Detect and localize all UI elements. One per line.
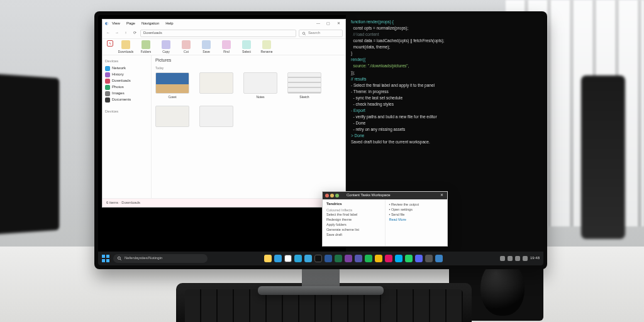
explorer-content: Pictures Today CoastNotesSketch <box>152 55 345 198</box>
notepad-app-icon[interactable] <box>435 255 443 262</box>
whatsapp-app-icon[interactable] <box>405 255 413 262</box>
folder-icon <box>105 66 110 71</box>
titlebar-tab-page[interactable]: Page <box>126 21 135 26</box>
close-button[interactable]: ✕ <box>334 21 343 27</box>
back-button[interactable]: ← <box>105 30 111 36</box>
start-button[interactable] <box>102 255 109 262</box>
ribbon-cut[interactable]: Cut <box>177 40 196 53</box>
system-tray[interactable]: 19:48 <box>500 256 540 261</box>
refresh-button[interactable]: ⟳ <box>131 30 138 36</box>
ribbon-icon <box>222 40 231 49</box>
volume-icon[interactable] <box>515 256 520 261</box>
ribbon-rename[interactable]: Rename <box>257 40 276 53</box>
wifi-icon[interactable] <box>508 256 513 261</box>
ribbon-folders[interactable]: Folders <box>136 40 155 53</box>
ribbon-label: Select <box>242 50 251 53</box>
terminal-app-icon[interactable] <box>314 255 322 262</box>
ribbon-label: Rename <box>261 50 273 53</box>
address-bar[interactable]: Downloads <box>140 30 296 37</box>
sidebar-item-label: History <box>112 72 124 77</box>
task-item: • Open settings <box>389 208 444 212</box>
sidebar-item-photos[interactable]: Photos <box>105 84 148 91</box>
file-thumbnail[interactable] <box>199 106 233 128</box>
minimize-button[interactable]: — <box>314 21 323 27</box>
search-icon <box>117 256 122 261</box>
sidebar-item-label: Images <box>112 91 125 96</box>
ribbon-icon <box>182 40 191 49</box>
skype-app-icon[interactable] <box>395 255 402 262</box>
sidebar-heading: Devices <box>105 59 148 64</box>
taskbar-search-text: Neferdaysties/Notingin <box>125 256 162 261</box>
edge-app-icon[interactable] <box>274 255 282 262</box>
explorer-nav-row: ← → ↑ ⟳ Downloads Search <box>103 28 345 39</box>
ribbon-select[interactable]: Select <box>237 40 256 53</box>
app-menu-icon[interactable]: ◐ <box>105 21 108 26</box>
tray-chevron-icon[interactable] <box>500 256 505 261</box>
up-button[interactable]: ↑ <box>123 30 129 36</box>
ribbon-edit[interactable]: ✎ <box>105 40 115 53</box>
explorer-app-icon[interactable] <box>264 255 272 262</box>
battery-icon[interactable] <box>523 256 528 261</box>
ribbon-copy[interactable]: Copy <box>157 40 175 53</box>
sidebar-item-label: Network <box>112 66 126 71</box>
ribbon-save[interactable]: Save <box>197 40 216 53</box>
search-icon <box>302 31 306 36</box>
folder-icon <box>105 79 110 84</box>
explorer-titlebar[interactable]: ◐ ViewPageNavigationHelp — ▢ ✕ <box>103 19 345 28</box>
task-item: Select the final label <box>326 213 381 217</box>
ribbon-icon <box>162 40 170 49</box>
sidebar-item-history[interactable]: History <box>105 72 148 78</box>
ribbon-downloads[interactable]: Downloads <box>116 40 135 53</box>
task-item: Generate scheme list <box>326 228 381 232</box>
file-thumbnail[interactable]: Coast <box>155 72 189 99</box>
tasks-popup-titlebar[interactable]: Content Tasks Workspace ✕ <box>323 192 447 199</box>
thumbnail-image <box>155 72 189 94</box>
store-app-icon[interactable] <box>284 255 292 262</box>
traffic-red-icon <box>325 194 329 197</box>
spotify-app-icon[interactable] <box>365 255 372 262</box>
vscode-app-icon[interactable] <box>304 255 312 262</box>
file-thumbnail[interactable]: Notes <box>243 72 277 99</box>
ribbon-find[interactable]: Find <box>217 40 236 53</box>
excel-app-icon[interactable] <box>335 255 342 262</box>
thumbnail-image <box>243 72 277 94</box>
explorer-sidebar: Devices NetworkHistoryDownloadsPhotosIma… <box>103 55 152 198</box>
teams-app-icon[interactable] <box>355 255 362 262</box>
ribbon-label: Copy <box>162 50 170 53</box>
titlebar-tab-help[interactable]: Help <box>165 21 173 26</box>
ribbon-icon <box>262 40 271 49</box>
tasks-popup-close[interactable]: ✕ <box>438 192 445 199</box>
sidebar-item-downloads[interactable]: Downloads <box>105 78 148 84</box>
file-thumbnail[interactable] <box>155 106 189 128</box>
file-thumbnail[interactable]: Sketch <box>287 72 321 99</box>
word-app-icon[interactable] <box>325 255 332 262</box>
file-explorer-window[interactable]: ◐ ViewPageNavigationHelp — ▢ ✕ ← → ↑ ⟳ D… <box>102 19 346 208</box>
desktop-screen: function render(props) { const opts = no… <box>98 15 543 265</box>
mail-app-icon[interactable] <box>294 255 302 262</box>
onenote-app-icon[interactable] <box>345 255 352 262</box>
slack-app-icon[interactable] <box>385 255 392 262</box>
titlebar-tab-view[interactable]: View <box>112 21 120 26</box>
settings-app-icon[interactable] <box>425 255 433 262</box>
titlebar-tab-navigation[interactable]: Navigation <box>142 21 159 26</box>
folder-icon <box>105 91 110 96</box>
content-heading: Pictures <box>155 58 341 64</box>
explorer-search[interactable]: Search <box>299 30 343 37</box>
address-bar-text: Downloads <box>143 31 162 36</box>
sidebar-item-images[interactable]: Images <box>105 91 148 97</box>
sidebar-item-documents[interactable]: Documents <box>105 97 148 103</box>
tasks-popup-window[interactable]: Content Tasks Workspace ✕ Tendrics Colou… <box>322 191 448 247</box>
traffic-yellow-icon <box>330 194 334 197</box>
chrome-app-icon[interactable] <box>375 255 382 262</box>
taskbar[interactable]: Neferdaysties/Notingin 19:48 <box>98 252 543 265</box>
folder-icon <box>105 85 110 90</box>
tasks-readmore-link[interactable]: Read More <box>389 218 444 222</box>
discord-app-icon[interactable] <box>415 255 423 262</box>
forward-button[interactable]: → <box>114 30 120 36</box>
file-thumbnail[interactable] <box>199 72 233 99</box>
sidebar-item-network[interactable]: Network <box>105 65 148 72</box>
maximize-button[interactable]: ▢ <box>324 21 333 27</box>
taskbar-search[interactable]: Neferdaysties/Notingin <box>113 254 208 263</box>
explorer-ribbon: ✎ DownloadsFoldersCopyCutSaveFindSelectR… <box>103 39 345 55</box>
taskbar-clock[interactable]: 19:48 <box>530 256 540 261</box>
